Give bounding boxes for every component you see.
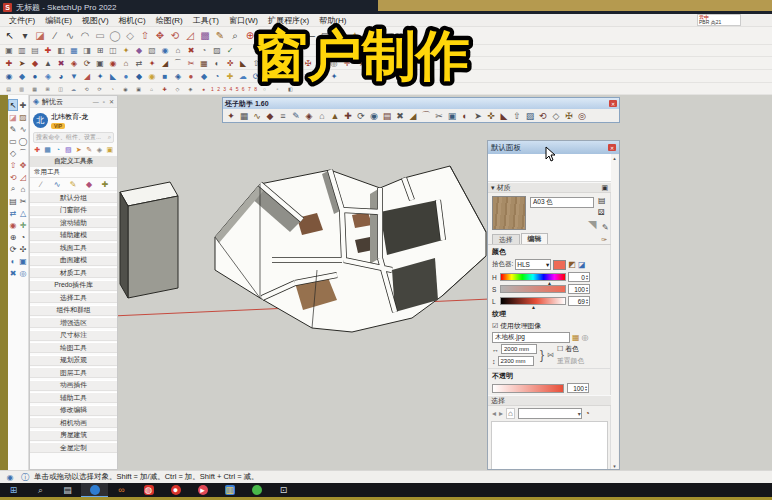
section-collapse-icon[interactable]: ▾ bbox=[491, 184, 495, 192]
sidebar-category[interactable]: 图层工具 bbox=[30, 367, 117, 378]
quick-icon[interactable]: ✚ bbox=[33, 145, 42, 155]
menu-item[interactable]: 窗口(W) bbox=[224, 15, 263, 26]
toolbar-icon[interactable]: ◆ bbox=[133, 45, 145, 56]
toolbar-icon[interactable]: ⌂ bbox=[172, 45, 184, 56]
tab-select[interactable]: 选择 bbox=[492, 234, 520, 244]
quick-icon[interactable]: ◔ bbox=[53, 145, 62, 155]
sidebar-category[interactable]: Predo插件库 bbox=[30, 280, 117, 291]
tool-icon[interactable]: ⊕ bbox=[8, 231, 18, 243]
toolbar-icon[interactable]: ☁ bbox=[68, 83, 80, 94]
chain-link-icon[interactable]: ⋈ bbox=[547, 351, 554, 359]
toolbar-icon[interactable]: ⊞ bbox=[42, 83, 54, 94]
pizi-icon[interactable]: ⟳ bbox=[355, 110, 367, 122]
pizi-close-icon[interactable]: ✕ bbox=[609, 100, 617, 107]
use-texture-row[interactable]: ☑ 使用纹理图像 bbox=[488, 320, 611, 331]
geolocation-icon[interactable]: ◉ bbox=[4, 472, 16, 483]
toolbar-icon[interactable]: ✓ bbox=[224, 45, 236, 56]
sidebar-tool-icon[interactable]: ◆ bbox=[83, 179, 95, 190]
toolbar-icon[interactable]: ⟲ bbox=[276, 58, 288, 69]
toolbar-icon[interactable]: ▴ bbox=[315, 58, 327, 69]
toolbar-icon[interactable]: ✖ bbox=[55, 58, 67, 69]
pizi-icon[interactable]: ∿ bbox=[251, 110, 263, 122]
pizi-icon[interactable]: ✜ bbox=[485, 110, 497, 122]
toolbar-icon[interactable]: ▥ bbox=[16, 45, 28, 56]
checkbox-checked-icon[interactable]: ☑ bbox=[492, 322, 498, 330]
toolbar-icon[interactable]: ✂ bbox=[185, 58, 197, 69]
tool-icon[interactable]: ✛ bbox=[18, 219, 28, 231]
pizi-icon[interactable]: ◈ bbox=[303, 110, 315, 122]
toolbar-icon[interactable]: ● bbox=[29, 71, 41, 82]
tool-icon[interactable]: ⇧ bbox=[8, 159, 18, 171]
toolbar-icon[interactable]: ⇧ bbox=[250, 58, 262, 69]
toolbar-icon[interactable]: ▾ bbox=[18, 29, 32, 43]
toolbar-icon[interactable]: ▥ bbox=[16, 83, 28, 94]
pizi-icon[interactable]: ▨ bbox=[524, 110, 536, 122]
tool-icon[interactable]: ✂ bbox=[18, 195, 28, 207]
toolbar-icon[interactable]: ◣ bbox=[237, 58, 249, 69]
material-name-input[interactable]: A03 色 bbox=[530, 197, 594, 208]
toolbar-icon[interactable]: ✦ bbox=[146, 58, 158, 69]
sidebar-category[interactable]: 辅助建模 bbox=[30, 230, 117, 241]
toolbar-icon[interactable]: ✚ bbox=[3, 58, 15, 69]
quick-icon[interactable]: ➤ bbox=[74, 145, 83, 155]
toolbar-icon[interactable]: ✦ bbox=[120, 45, 132, 56]
picker-select[interactable]: HLS ▾ bbox=[515, 259, 551, 270]
toolbar-icon[interactable]: ◿ bbox=[183, 29, 197, 43]
pizi-icon[interactable]: ▲ bbox=[329, 110, 341, 122]
sidebar-category[interactable]: 曲面建模 bbox=[30, 255, 117, 266]
select-section-bar[interactable]: 选择 bbox=[488, 395, 611, 406]
tool-icon[interactable]: ◐ bbox=[8, 255, 18, 267]
info-icon[interactable]: ⓘ bbox=[19, 472, 31, 483]
toolbar-icon[interactable]: ✦ bbox=[348, 29, 362, 43]
sidebar-category[interactable]: 绘图工具 bbox=[30, 342, 117, 353]
tool-icon[interactable]: ▤ bbox=[8, 195, 18, 207]
menu-item[interactable]: 编辑(E) bbox=[40, 15, 77, 26]
toolbar-icon[interactable]: ◧ bbox=[285, 83, 297, 94]
toolbar-icon[interactable]: ⟳ bbox=[94, 83, 106, 94]
tool-icon[interactable]: ✎ bbox=[8, 123, 18, 135]
tool-icon[interactable]: ✚ bbox=[18, 99, 28, 111]
scroll-down-icon[interactable]: ▾ bbox=[613, 463, 616, 469]
lightness-spinner[interactable]: 69 ▴▾ bbox=[568, 296, 590, 306]
pizi-icon[interactable]: ▣ bbox=[446, 110, 458, 122]
toolbar-icon[interactable]: ➤ bbox=[16, 58, 28, 69]
tool-icon[interactable]: ✣ bbox=[18, 243, 28, 255]
toolbar-icon[interactable]: ◇ bbox=[289, 58, 301, 69]
toolbar-icon[interactable]: ◇ bbox=[172, 83, 184, 94]
pizi-icon[interactable]: ⟲ bbox=[537, 110, 549, 122]
toolbar-icon[interactable]: ⇄ bbox=[133, 58, 145, 69]
toolbar-icon[interactable]: ◨ bbox=[81, 45, 93, 56]
opacity-spinner[interactable]: 100 ▴▾ bbox=[567, 383, 589, 393]
toolbar-icon[interactable]: ✛ bbox=[258, 29, 272, 43]
sidebar-category[interactable]: 辅助工具 bbox=[30, 392, 117, 403]
toolbar-icon[interactable]: ⇧ bbox=[138, 29, 152, 43]
pizi-icon[interactable]: ➤ bbox=[472, 110, 484, 122]
menu-item[interactable]: 相机(C) bbox=[114, 15, 151, 26]
toolbar-icon[interactable]: ▧ bbox=[146, 45, 158, 56]
toolbar-icon[interactable]: ▦ bbox=[29, 83, 41, 94]
quick-icon[interactable]: ▧ bbox=[64, 145, 73, 155]
tool-icon[interactable]: ⟳ bbox=[8, 243, 18, 255]
sidebar-category[interactable]: 线面工具 bbox=[30, 242, 117, 253]
hue-slider[interactable]: ▲ bbox=[500, 273, 566, 281]
toolbar-icon[interactable]: ✖ bbox=[185, 45, 197, 56]
tool-icon[interactable]: ◯ bbox=[18, 135, 28, 147]
toolbar-icon[interactable]: ✚ bbox=[224, 71, 236, 82]
toolbar-icon[interactable]: ✓ bbox=[315, 71, 327, 82]
pizi-icon[interactable]: ✚ bbox=[342, 110, 354, 122]
pizi-icon[interactable]: ◐ bbox=[459, 110, 471, 122]
toolbar-icon[interactable]: ◪ bbox=[33, 29, 47, 43]
toolbar-icon[interactable]: ✦ bbox=[94, 71, 106, 82]
tool-icon[interactable]: ◪ bbox=[8, 111, 18, 123]
toolbar-icon[interactable]: ⟲ bbox=[81, 83, 93, 94]
toolbar-icon[interactable]: ◉ bbox=[107, 58, 119, 69]
materials-list-area[interactable] bbox=[491, 421, 608, 469]
materials-menu-icon[interactable]: ▣ bbox=[601, 184, 608, 192]
menu-item[interactable]: 视图(V) bbox=[77, 15, 114, 26]
toolbar-icon[interactable]: 1 2 3 4 5 6 7 8 bbox=[211, 83, 258, 94]
tool-icon[interactable]: ◎ bbox=[18, 267, 28, 279]
tool-icon[interactable]: ✥ bbox=[18, 159, 28, 171]
menu-item[interactable]: 绘图(R) bbox=[151, 15, 188, 26]
toolbar-icon[interactable]: ◎ bbox=[276, 71, 288, 82]
secondary-pane-icon[interactable]: ▤ bbox=[598, 196, 606, 205]
